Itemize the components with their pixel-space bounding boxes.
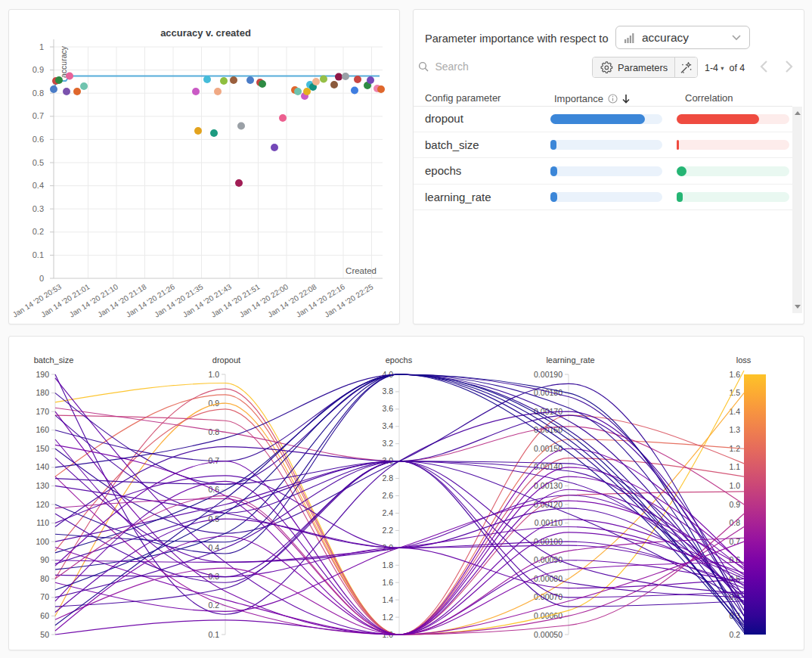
svg-text:1.4: 1.4 — [382, 595, 393, 604]
svg-text:0.00110: 0.00110 — [535, 518, 563, 527]
svg-text:140: 140 — [36, 462, 49, 471]
svg-text:3.8: 3.8 — [382, 386, 393, 396]
svg-text:Jan 14 '20 22:00: Jan 14 '20 22:00 — [238, 282, 290, 319]
svg-text:0.8: 0.8 — [208, 427, 219, 436]
svg-text:Jan 14 '20 21:35: Jan 14 '20 21:35 — [153, 282, 205, 319]
svg-text:Jan 14 '20 22:08: Jan 14 '20 22:08 — [266, 282, 318, 319]
svg-text:180: 180 — [36, 388, 49, 397]
svg-text:0.00130: 0.00130 — [534, 481, 563, 490]
svg-text:dropout: dropout — [212, 355, 240, 365]
svg-text:Jan 14 '20 22:16: Jan 14 '20 22:16 — [295, 282, 347, 319]
svg-text:70: 70 — [40, 592, 49, 601]
svg-text:batch_size: batch_size — [34, 355, 74, 365]
svg-text:3.4: 3.4 — [382, 421, 393, 430]
svg-text:Jan 14 '20 21:01: Jan 14 '20 21:01 — [39, 282, 91, 319]
svg-text:3.2: 3.2 — [382, 439, 393, 448]
svg-text:80: 80 — [40, 574, 49, 583]
svg-text:Jan 14 '20 21:51: Jan 14 '20 21:51 — [209, 282, 262, 319]
svg-text:Jan 14 '20 21:43: Jan 14 '20 21:43 — [181, 282, 234, 319]
svg-text:100: 100 — [36, 537, 49, 546]
svg-text:Jan 14 '20 21:18: Jan 14 '20 21:18 — [96, 282, 148, 319]
svg-text:0.6: 0.6 — [33, 135, 44, 144]
svg-text:110: 110 — [36, 518, 49, 527]
svg-text:Jan 14 '20 22:25: Jan 14 '20 22:25 — [323, 282, 375, 319]
svg-text:1: 1 — [39, 42, 44, 51]
svg-text:Jan 14 '20 20:53: Jan 14 '20 20:53 — [11, 282, 64, 319]
svg-text:60: 60 — [40, 611, 49, 620]
svg-text:130: 130 — [36, 481, 49, 490]
svg-text:1.0: 1.0 — [208, 370, 219, 379]
svg-text:170: 170 — [36, 407, 49, 416]
svg-text:3.6: 3.6 — [382, 404, 393, 413]
svg-text:120: 120 — [36, 500, 49, 509]
svg-text:0.00050: 0.00050 — [534, 630, 563, 639]
svg-text:0.2: 0.2 — [33, 227, 44, 236]
svg-text:2.6: 2.6 — [382, 491, 393, 500]
svg-text:2.4: 2.4 — [382, 508, 393, 517]
svg-text:90: 90 — [40, 555, 49, 564]
svg-text:0.1: 0.1 — [33, 250, 44, 259]
svg-text:190: 190 — [36, 370, 49, 379]
svg-text:1.4: 1.4 — [729, 407, 740, 416]
svg-text:150: 150 — [36, 444, 49, 453]
svg-text:epochs: epochs — [386, 355, 413, 365]
svg-text:1.1: 1.1 — [729, 462, 740, 471]
svg-text:1.6: 1.6 — [729, 370, 740, 379]
svg-text:0.3: 0.3 — [33, 204, 44, 213]
svg-text:0.5: 0.5 — [208, 514, 219, 523]
svg-text:accuracy v. created: accuracy v. created — [160, 27, 251, 39]
svg-text:0: 0 — [39, 274, 44, 283]
svg-text:1.3: 1.3 — [729, 425, 740, 434]
svg-text:1.2: 1.2 — [382, 613, 393, 622]
svg-text:0.8: 0.8 — [33, 88, 44, 98]
svg-text:loss: loss — [736, 355, 752, 365]
svg-text:50: 50 — [40, 630, 49, 639]
svg-text:learning_rate: learning_rate — [546, 355, 594, 365]
svg-text:Jan 14 '20 21:10: Jan 14 '20 21:10 — [68, 282, 120, 319]
svg-text:1.6: 1.6 — [382, 578, 393, 587]
svg-text:0.9: 0.9 — [33, 65, 44, 74]
svg-text:0.4: 0.4 — [33, 181, 44, 190]
svg-text:Jan 14 '20 21:26: Jan 14 '20 21:26 — [125, 282, 177, 319]
svg-text:0.2: 0.2 — [729, 630, 740, 639]
svg-text:Created: Created — [346, 266, 377, 275]
svg-text:160: 160 — [36, 425, 49, 434]
svg-text:2.8: 2.8 — [382, 473, 393, 483]
svg-text:0.00190: 0.00190 — [534, 370, 563, 379]
svg-text:0.2: 0.2 — [208, 601, 219, 610]
svg-text:1.0: 1.0 — [729, 481, 740, 490]
svg-text:1.8: 1.8 — [382, 560, 393, 570]
svg-text:0.7: 0.7 — [33, 111, 44, 120]
svg-text:0.5: 0.5 — [33, 158, 44, 167]
svg-text:accuracy: accuracy — [59, 45, 68, 78]
svg-text:0.1: 0.1 — [208, 630, 219, 639]
svg-text:2.2: 2.2 — [382, 526, 393, 535]
